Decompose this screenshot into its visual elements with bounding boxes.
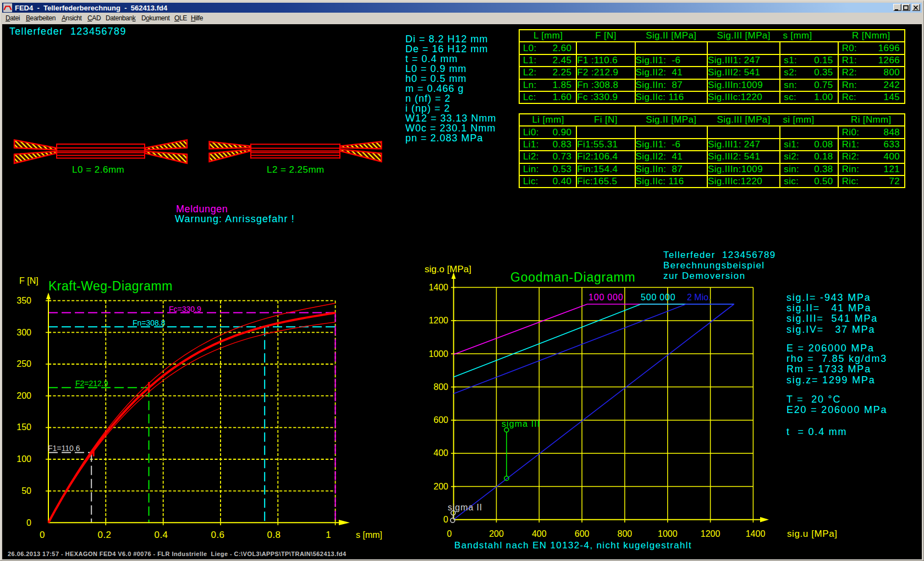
svg-text:1200: 1200: [428, 316, 448, 325]
svg-text:Goodman-Diagramm: Goodman-Diagramm: [510, 270, 636, 284]
svg-text:1200: 1200: [701, 529, 721, 538]
svg-text:F2=212.9: F2=212.9: [75, 379, 108, 388]
svg-text:Fc=330.9: Fc=330.9: [169, 305, 201, 314]
svg-text:250: 250: [16, 359, 31, 369]
svg-text:s [mm]: s [mm]: [356, 530, 382, 540]
svg-text:0: 0: [443, 515, 448, 524]
svg-text:200: 200: [433, 482, 448, 491]
svg-text:F1=110.6: F1=110.6: [48, 444, 80, 453]
svg-text:100 000: 100 000: [588, 293, 623, 302]
svg-text:500 000: 500 000: [641, 293, 675, 302]
svg-text:0: 0: [447, 529, 452, 538]
svg-text:sigma II: sigma II: [448, 503, 482, 512]
svg-text:1000: 1000: [428, 349, 448, 359]
svg-text:200: 200: [16, 391, 31, 400]
svg-text:600: 600: [433, 415, 448, 425]
svg-text:50: 50: [21, 486, 31, 496]
svg-text:200: 200: [489, 529, 504, 538]
svg-text:0.2: 0.2: [97, 530, 111, 540]
svg-text:1: 1: [326, 530, 331, 540]
svg-text:Fn=308.8: Fn=308.8: [133, 318, 166, 327]
svg-text:F [N]: F [N]: [19, 276, 38, 285]
svg-text:sig.u [MPa]: sig.u [MPa]: [787, 529, 838, 539]
svg-text:100: 100: [16, 454, 31, 464]
svg-text:1000: 1000: [658, 529, 678, 538]
svg-text:150: 150: [16, 422, 31, 432]
svg-text:0: 0: [26, 518, 31, 527]
svg-text:L2 = 2.25mm: L2 = 2.25mm: [267, 164, 324, 175]
svg-text:1400: 1400: [428, 283, 448, 292]
svg-text:400: 400: [532, 529, 547, 538]
svg-text:800: 800: [618, 529, 632, 538]
svg-text:0.8: 0.8: [267, 530, 280, 540]
svg-text:sig.o [MPa]: sig.o [MPa]: [425, 264, 471, 274]
svg-text:1400: 1400: [746, 529, 766, 538]
svg-text:350: 350: [16, 296, 31, 305]
svg-text:300: 300: [16, 328, 31, 337]
svg-text:0.6: 0.6: [211, 530, 224, 540]
svg-text:sigma III: sigma III: [502, 419, 540, 428]
svg-text:L0 = 2.6mm: L0 = 2.6mm: [72, 164, 124, 175]
svg-text:Bandstahl nach EN 10132-4, nic: Bandstahl nach EN 10132-4, nicht kugelge…: [454, 540, 692, 551]
svg-text:0: 0: [40, 530, 45, 540]
svg-text:Kraft-Weg-Diagramm: Kraft-Weg-Diagramm: [48, 279, 173, 293]
svg-text:600: 600: [575, 529, 590, 538]
svg-text:0.4: 0.4: [154, 530, 168, 540]
svg-text:800: 800: [433, 382, 448, 392]
svg-text:400: 400: [433, 448, 448, 458]
svg-text:2 Mio.: 2 Mio.: [687, 293, 711, 302]
